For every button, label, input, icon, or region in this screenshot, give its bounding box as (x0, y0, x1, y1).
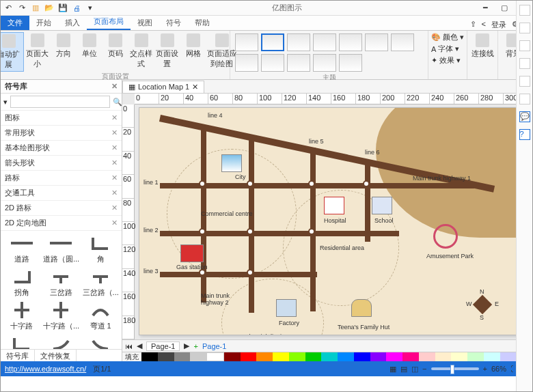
share-icon[interactable]: < (482, 20, 486, 30)
tab-start[interactable]: 开始 (29, 16, 58, 30)
tab-file[interactable]: 文件 (1, 16, 29, 30)
status-url[interactable]: http://www.edrawsoft.cn/ (5, 365, 86, 373)
remove-icon[interactable]: ✕ (111, 158, 118, 167)
remove-icon[interactable]: ✕ (111, 219, 118, 227)
shape-item[interactable]: 三岔路 (43, 267, 80, 298)
theme-swatch[interactable] (235, 54, 258, 72)
grid-button[interactable]: 网格 (181, 32, 206, 60)
unit-button[interactable]: 单位 (77, 32, 102, 60)
alignment-icon[interactable] (519, 40, 530, 51)
page-size-button[interactable]: 页面大小 (25, 32, 50, 70)
remove-icon[interactable]: ✕ (111, 173, 118, 182)
shape-item[interactable]: 弯道 1 (82, 300, 119, 331)
auto-expand-button[interactable]: 自动扩展 (0, 32, 24, 72)
page-nav-first-icon[interactable]: ⏮ (125, 342, 133, 350)
zoom-out-icon[interactable]: − (422, 365, 426, 373)
drawing-page[interactable]: line 1 line 2 line 3 line 4 line 5 line … (139, 107, 527, 335)
panel-close-icon[interactable]: ✕ (111, 82, 118, 91)
history-icon[interactable] (519, 94, 530, 104)
format-panel-icon[interactable] (519, 5, 530, 16)
orientation-button[interactable]: 方向 (51, 32, 76, 60)
color-button[interactable]: 🎨颜色▾ (431, 32, 464, 42)
theme-swatch[interactable] (339, 33, 362, 51)
remove-icon[interactable]: ✕ (111, 204, 118, 212)
search-input[interactable] (10, 96, 110, 108)
maximize-icon[interactable]: ▢ (498, 3, 510, 12)
category-item[interactable]: 箭头形状✕ (1, 156, 122, 171)
distribute-icon[interactable] (519, 58, 530, 69)
tab-recovery[interactable]: 文件恢复 (35, 350, 77, 361)
remove-icon[interactable]: ✕ (111, 113, 118, 122)
properties-icon[interactable] (519, 76, 530, 87)
tab-insert[interactable]: 插入 (58, 16, 87, 30)
tab-page-layout[interactable]: 页面布局 (87, 14, 131, 30)
snap-button[interactable]: 交点样式 (129, 32, 154, 70)
category-item[interactable]: 交通工具✕ (1, 186, 122, 201)
theme-swatch[interactable] (313, 54, 336, 72)
tab-symbols[interactable]: 符号库 (1, 350, 35, 361)
page-tab-2[interactable]: Page-1 (202, 342, 226, 350)
category-item[interactable]: 2D 定向地图✕ (1, 216, 122, 231)
shape-item[interactable] (82, 334, 119, 349)
tab-view[interactable]: 视图 (131, 16, 159, 30)
category-item[interactable]: 基本绘图形状✕ (1, 141, 122, 156)
remove-icon[interactable]: ✕ (111, 188, 118, 197)
remove-icon[interactable]: ✕ (111, 143, 118, 152)
page-tab[interactable]: Page-1 (146, 341, 180, 351)
shape-item[interactable]: 十字路 (3, 300, 40, 331)
category-item[interactable]: 路标✕ (1, 171, 122, 186)
category-item[interactable]: 2D 路标✕ (1, 201, 122, 216)
print-icon[interactable]: 🖨 (72, 3, 81, 13)
zoom-in-icon[interactable]: + (483, 365, 487, 373)
theme-swatch[interactable] (365, 33, 388, 51)
view-mode-icon[interactable]: ◫ (411, 365, 418, 374)
export-icon[interactable]: ⇪ (470, 20, 476, 30)
page-setting-button[interactable]: 页面设置 (155, 32, 180, 70)
zoom-slider[interactable] (431, 367, 479, 370)
font-button[interactable]: A字体▾ (431, 44, 464, 54)
theme-swatch[interactable] (287, 33, 310, 51)
canvas-viewport[interactable]: 0204060801001201401601802002202402602803… (122, 94, 532, 339)
shape-item[interactable]: 道路（圆... (43, 234, 80, 264)
page-number-button[interactable]: 页码 (103, 32, 128, 60)
theme-swatch[interactable] (261, 33, 284, 51)
theme-swatch[interactable] (235, 33, 258, 51)
connector-button[interactable]: 连接线 (470, 32, 495, 60)
remove-icon[interactable]: ✕ (111, 128, 118, 137)
search-icon[interactable]: 🔍 (113, 98, 122, 107)
shape-item[interactable] (43, 334, 80, 349)
document-tab[interactable]: ▦Location Map 1✕ (122, 81, 204, 93)
save-icon[interactable]: 💾 (58, 3, 68, 13)
theme-swatch[interactable] (339, 54, 362, 72)
minimize-icon[interactable]: ━ (479, 3, 491, 12)
tab-close-icon[interactable]: ✕ (192, 83, 198, 92)
view-mode-icon[interactable]: ▤ (400, 365, 407, 374)
qat-dropdown-icon[interactable]: ▾ (85, 3, 95, 13)
theme-swatch[interactable] (261, 54, 284, 72)
new-icon[interactable]: ▥ (31, 3, 40, 13)
search-dropdown-icon[interactable]: ▾ (3, 98, 8, 107)
theme-swatch[interactable] (391, 33, 414, 51)
undo-icon[interactable]: ↶ (3, 3, 13, 13)
tab-help[interactable]: 帮助 (188, 16, 217, 30)
color-picker-bar[interactable]: 填充 (122, 352, 532, 361)
login-link[interactable]: 登录 (491, 20, 506, 30)
open-icon[interactable]: 📂 (44, 3, 54, 13)
add-page-icon[interactable]: + (193, 342, 197, 350)
shape-item[interactable]: 拐角 (3, 267, 40, 298)
category-item[interactable]: 图标✕ (1, 111, 122, 126)
shape-item[interactable]: 道路 (3, 234, 40, 264)
shape-item[interactable]: 三岔路（... (82, 267, 119, 298)
category-item[interactable]: 常用形状✕ (1, 126, 122, 141)
layers-panel-icon[interactable] (519, 23, 530, 33)
tab-symbol[interactable]: 符号 (159, 16, 188, 30)
help-icon[interactable]: ? (519, 129, 530, 140)
theme-swatch[interactable] (287, 54, 310, 72)
theme-gallery[interactable] (234, 32, 425, 73)
shape-item[interactable]: 十字路（... (43, 300, 80, 331)
zoom-value[interactable]: 66% (491, 365, 506, 373)
comment-icon[interactable]: 💬 (519, 111, 530, 122)
shape-item[interactable] (3, 334, 40, 349)
shape-item[interactable]: 角 (82, 234, 119, 264)
effect-button[interactable]: ✦效果▾ (431, 55, 464, 66)
